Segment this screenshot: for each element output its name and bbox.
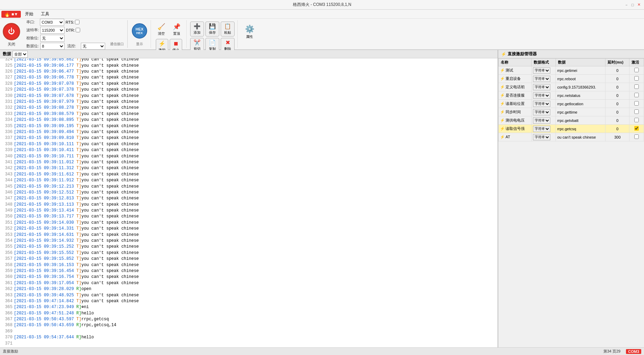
data-select[interactable]: 全部 [12,51,28,58]
close-label: 关闭 [8,42,15,47]
table-row[interactable]: ⚡是否连接服 字符串 rrpc.netstatus 0 [499,91,644,100]
log-line: 355[2021-03-15 09:39:15.252 T]you can't … [1,244,496,250]
right-panel-header: ⚡ 直接激励管理器 [498,50,644,58]
cmd-delay-cell: 0 [605,125,629,133]
table-row[interactable]: ⚡测供电电压 字符串 rrpc.getvbatt 0 [499,116,644,125]
check-select[interactable]: 无 [40,35,65,42]
log-line: 367[2021-03-15 09:50:43.597 T]rrpc,getcs… [1,316,496,322]
log-line: 334[2021-03-15 09:39:08.895 T]you can't … [1,117,496,123]
log-line: 353[2021-03-15 09:39:14.631 T]you can't … [1,232,496,238]
cmd-data-cell: rrpc.netstatus [556,91,605,100]
properties-button[interactable]: ⚙️ 属性 [241,22,258,42]
log-line: 362[2021-03-15 09:39:28.029 R]open [1,286,496,292]
data-bits-select[interactable]: 8 [40,43,65,50]
rts-checkbox[interactable] [75,20,79,24]
power-button[interactable]: ⏻ [3,23,20,40]
cmd-name-cell: ⚡重启设备 [499,75,532,83]
save-button[interactable]: 💾 保存 [205,22,219,36]
cmd-active-cell[interactable] [629,91,644,100]
cmd-active-cell[interactable] [629,125,644,133]
cmd-format-select[interactable]: 字符串 [533,109,550,115]
cmd-format-cell[interactable]: 字符串 [531,75,556,83]
cmd-format-select[interactable]: 字符串 [533,126,550,132]
cmd-format-cell[interactable]: 字符串 [531,133,556,141]
cmd-table-container[interactable]: 名称 数据格式 数据 延时(ms) 激活 ⚡测试 字符串 rrpc.getime… [498,58,644,347]
table-row[interactable]: ⚡测试 字符串 rrpc.getimei 0 [499,66,644,75]
cmd-active-checkbox[interactable] [634,93,639,97]
cmd-active-cell[interactable] [629,133,644,141]
menu-start[interactable]: 开始 [22,10,37,18]
paste-button[interactable]: 📋 粘贴 [221,22,235,36]
baud-label: 波特率: [26,27,39,33]
cmd-format-select[interactable]: 字符串 [533,117,550,124]
serial-output[interactable]: ★ 大不同——组态式测试、测量和控制软件开发平台 [格西测控大师] ***免费版… [0,58,498,347]
log-line: 326[2021-03-15 09:39:06.477 T]you can't … [1,69,496,75]
hex-button[interactable]: HEX HEX [132,23,147,39]
page-info: 第34 页29 [603,349,621,354]
cmd-delay-cell: 0 [605,116,629,125]
cmd-active-checkbox[interactable] [634,134,639,139]
cmd-name-cell: ⚡读基站位置 [499,100,532,108]
cmd-format-cell[interactable]: 字符串 [531,116,556,125]
menu-tools[interactable]: 工具 [37,10,53,18]
col-active: 激活 [629,59,644,66]
cmd-active-checkbox[interactable] [634,109,639,114]
flow-select[interactable]: 无 [81,43,105,50]
cmd-format-cell[interactable]: 字符串 [531,100,556,108]
table-row[interactable]: ⚡同步时间 字符串 rrpc.gettime 0 [499,108,644,116]
com-status: COM3 [626,349,641,354]
cmd-active-checkbox[interactable] [634,118,639,122]
table-row[interactable]: ⚡重启设备 字符串 rrpc.reboot 0 [499,75,644,83]
cmd-name-cell: ⚡测供电电压 [499,116,532,125]
cmd-format-select[interactable]: 字符串 [533,84,550,90]
log-line: 350[2021-03-15 09:39:13.717 T]you can't … [1,214,496,220]
table-row[interactable]: ⚡AT 字符串 ou can't speak chinese 300 [499,133,644,141]
log-line: 332[2021-03-15 09:39:08.278 T]you can't … [1,105,496,111]
col-format: 数据格式 [531,59,556,66]
cmd-format-cell[interactable]: 字符串 [531,108,556,116]
cmd-active-cell[interactable] [629,66,644,75]
cmd-active-checkbox[interactable] [634,84,639,89]
close-button[interactable]: ✕ [636,2,641,7]
menu-fire[interactable]: 🔥 ■▼ [1,11,21,18]
cmd-table: 名称 数据格式 数据 延时(ms) 激活 ⚡测试 字符串 rrpc.getime… [498,58,644,141]
log-line: 361[2021-03-15 09:39:17.054 T]you can't … [1,280,496,286]
cmd-format-cell[interactable]: 字符串 [531,91,556,100]
cmd-name-cell: ⚡定义电话初 [499,83,532,91]
cmd-active-cell[interactable] [629,108,644,116]
cmd-active-cell[interactable] [629,100,644,108]
log-line: 357[2021-03-15 09:39:15.852 T]you can't … [1,256,496,262]
reset-top-button[interactable]: 📌 置顶 [170,22,184,38]
maximize-button[interactable]: □ [630,2,635,7]
dtr-checkbox[interactable] [76,28,80,32]
baud-select[interactable]: 115200 [40,27,65,34]
cmd-active-checkbox[interactable] [634,76,639,81]
log-line: 371 [1,341,496,347]
table-row[interactable]: ⚡定义电话初 字符串 config.9.15718366293. 0 [499,83,644,91]
cmd-format-select[interactable]: 字符串 [533,76,550,82]
table-row[interactable]: ⚡读取信号强 字符串 rrpc.getcsq 0 [499,125,644,133]
cmd-active-cell[interactable] [629,116,644,125]
cmd-active-checkbox[interactable] [634,68,639,72]
cmd-format-select[interactable]: 字符串 [533,134,550,140]
port-select[interactable]: COM3 [40,19,64,26]
cmd-name-cell: ⚡是否连接服 [499,91,532,100]
cmd-active-checkbox[interactable] [634,101,639,106]
cmd-active-cell[interactable] [629,83,644,91]
add-button[interactable]: ➕ 添加 [190,22,204,36]
table-row[interactable]: ⚡读基站位置 字符串 rrpc.getlocation 0 [499,100,644,108]
cmd-active-cell[interactable] [629,75,644,83]
clean-button[interactable]: 🧹 清空 [154,22,168,38]
cmd-active-checkbox[interactable] [634,126,639,131]
data-bits-label: 数据位: [26,43,39,49]
cmd-format-cell[interactable]: 字符串 [531,125,556,133]
cmd-data-cell: rrpc.getcsq [556,125,605,133]
cmd-format-cell[interactable]: 字符串 [531,83,556,91]
minimize-button[interactable]: － [624,2,629,7]
cmd-format-select[interactable]: 字符串 [533,92,550,99]
status-item-1: 直接激励 [3,349,18,354]
cmd-format-select[interactable]: 字符串 [533,67,550,74]
cmd-format-cell[interactable]: 字符串 [531,66,556,75]
log-line: 356[2021-03-15 09:39:15.552 T]you can't … [1,250,496,256]
cmd-format-select[interactable]: 字符串 [533,101,550,107]
